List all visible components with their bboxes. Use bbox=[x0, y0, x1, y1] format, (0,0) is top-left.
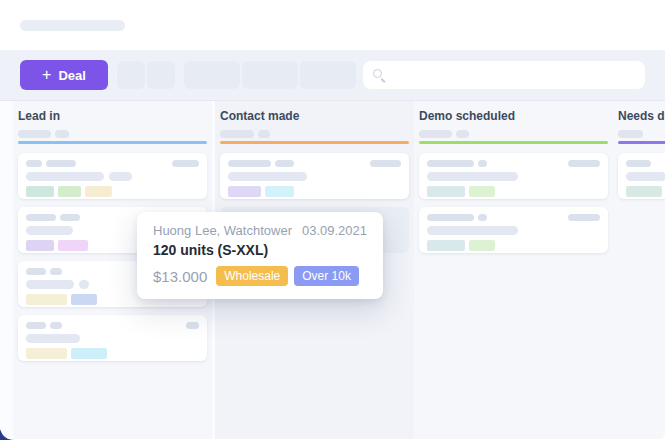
column-stats-placeholder bbox=[18, 130, 207, 138]
placeholder-pill bbox=[427, 172, 518, 181]
tooltip-deal-name: Huong Lee, Watchtower bbox=[153, 223, 292, 238]
deal-tag bbox=[71, 294, 97, 305]
deal-card[interactable] bbox=[220, 153, 409, 199]
toolbar-placeholder-button[interactable] bbox=[300, 61, 356, 89]
placeholder-pill bbox=[618, 130, 643, 138]
column-title: Lead in bbox=[18, 109, 207, 123]
placeholder-pill bbox=[568, 214, 600, 221]
search-input[interactable] bbox=[392, 67, 635, 83]
deal-tag bbox=[26, 186, 54, 197]
placeholder-pill bbox=[419, 130, 452, 138]
placeholder-pill bbox=[18, 130, 51, 138]
placeholder-pill bbox=[275, 160, 294, 167]
deal-tag bbox=[469, 186, 495, 197]
add-deal-label: Deal bbox=[58, 68, 85, 83]
toolbar-placeholder-button[interactable] bbox=[147, 61, 175, 89]
view-toggle-group bbox=[117, 61, 175, 89]
top-bar bbox=[0, 0, 665, 50]
placeholder-pill bbox=[172, 160, 199, 167]
placeholder-pill bbox=[26, 280, 74, 289]
deal-tag bbox=[427, 240, 465, 251]
column-stats-placeholder bbox=[618, 130, 665, 138]
deal-card[interactable] bbox=[419, 207, 608, 253]
column-accent-bar bbox=[18, 141, 207, 144]
column-cards bbox=[618, 153, 665, 199]
placeholder-pill bbox=[478, 160, 487, 167]
app-window: + Deal Lead inContact madeDemo scheduled… bbox=[0, 0, 665, 440]
placeholder-pill bbox=[26, 322, 46, 329]
placeholder-pill bbox=[427, 160, 474, 167]
placeholder-pill bbox=[26, 226, 73, 235]
toolbar-placeholder-button[interactable] bbox=[184, 61, 240, 89]
placeholder-pill bbox=[186, 322, 199, 329]
placeholder-pill bbox=[26, 268, 46, 275]
toolbar-placeholder-button[interactable] bbox=[117, 61, 145, 89]
filter-group bbox=[184, 61, 356, 89]
placeholder-pill bbox=[626, 172, 665, 181]
column-title: Contact made bbox=[220, 109, 409, 123]
placeholder-pill bbox=[228, 172, 307, 181]
column-cards bbox=[419, 153, 608, 253]
column-title: Demo scheduled bbox=[419, 109, 608, 123]
deal-tag bbox=[265, 186, 294, 197]
placeholder-pill bbox=[626, 160, 651, 167]
add-deal-button[interactable]: + Deal bbox=[20, 60, 108, 90]
app-card: + Deal Lead inContact madeDemo scheduled… bbox=[0, 0, 665, 440]
placeholder-pill bbox=[26, 172, 104, 181]
column-stats-placeholder bbox=[220, 130, 409, 138]
plus-icon: + bbox=[42, 67, 51, 83]
placeholder-pill bbox=[46, 160, 76, 167]
deal-tag bbox=[626, 186, 662, 197]
placeholder-pill bbox=[370, 160, 401, 167]
deal-tag bbox=[469, 240, 495, 251]
column-title: Needs defined bbox=[618, 109, 665, 123]
placeholder-pill bbox=[109, 172, 132, 181]
placeholder-pill bbox=[220, 130, 254, 138]
tooltip-deal-details: 120 units (S-XXL) bbox=[153, 242, 367, 258]
column-demo-scheduled: Demo scheduled bbox=[414, 101, 613, 439]
placeholder-pill bbox=[228, 160, 271, 167]
placeholder-pill bbox=[26, 334, 80, 343]
deal-tag-wholesale: Wholesale bbox=[216, 266, 288, 286]
placeholder-pill bbox=[258, 130, 270, 138]
placeholder-pill bbox=[478, 214, 487, 221]
deal-tag bbox=[26, 294, 67, 305]
placeholder-pill bbox=[26, 214, 56, 221]
tooltip-deal-date: 03.09.2021 bbox=[302, 223, 367, 238]
placeholder-pill bbox=[50, 268, 62, 275]
placeholder-pill bbox=[427, 226, 518, 235]
placeholder-pill bbox=[60, 214, 80, 221]
placeholder-pill bbox=[55, 130, 69, 138]
tooltip-deal-amount: $13.000 bbox=[153, 268, 207, 285]
column-stats-placeholder bbox=[419, 130, 608, 138]
deal-tag bbox=[58, 240, 88, 251]
deal-tag bbox=[228, 186, 261, 197]
deal-tag bbox=[58, 186, 81, 197]
placeholder-pill bbox=[79, 280, 89, 289]
deal-tag bbox=[71, 348, 107, 359]
column-accent-bar bbox=[419, 141, 608, 144]
deal-card[interactable] bbox=[419, 153, 608, 199]
deal-card[interactable] bbox=[618, 153, 665, 199]
deal-tag-over-10k: Over 10k bbox=[294, 266, 359, 286]
placeholder-pill bbox=[568, 160, 600, 167]
deal-tag bbox=[26, 240, 54, 251]
toolbar: + Deal bbox=[0, 50, 665, 101]
column-accent-bar bbox=[220, 141, 409, 144]
column-accent-bar bbox=[618, 141, 665, 144]
deal-tooltip: Huong Lee, Watchtower 03.09.2021 120 uni… bbox=[137, 212, 383, 299]
deal-tag bbox=[85, 186, 112, 197]
column-needs-defined: Needs defined bbox=[613, 101, 665, 439]
placeholder-pill bbox=[456, 130, 469, 138]
deal-card[interactable] bbox=[18, 315, 207, 361]
placeholder-pill bbox=[50, 322, 62, 329]
placeholder-pill bbox=[427, 214, 474, 221]
search-icon bbox=[373, 69, 385, 81]
deal-tag bbox=[427, 186, 465, 197]
deal-tag bbox=[26, 348, 67, 359]
window-title-placeholder bbox=[20, 20, 125, 31]
placeholder-pill bbox=[26, 160, 42, 167]
deal-card[interactable] bbox=[18, 153, 207, 199]
toolbar-placeholder-button[interactable] bbox=[242, 61, 298, 89]
search-box[interactable] bbox=[363, 61, 645, 89]
